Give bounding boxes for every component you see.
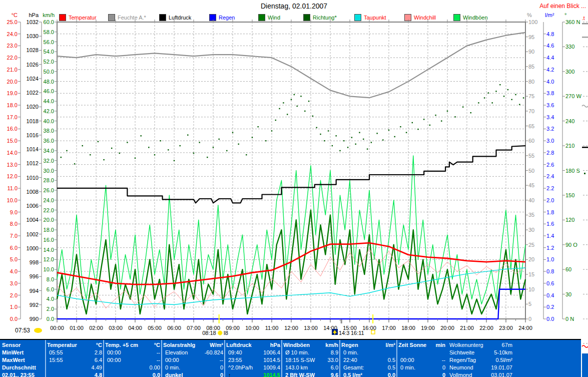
status-col-regen: Regenl/m²0 min.22:400.5Gesamt:0.50.5 l/m… [339, 340, 397, 377]
column-header: Windböenkm/h [282, 341, 338, 348]
svg-text:24.0: 24.0 [44, 197, 54, 203]
column-row: 09:401006.4 [225, 349, 280, 356]
svg-text:2.6: 2.6 [546, 162, 554, 168]
status-col-luftdruck: LuftdruckhPa09:401006.423:551014.5^2.0hP… [224, 340, 282, 377]
svg-text:300: 300 [565, 69, 574, 75]
column-row: 00:00-- [104, 356, 160, 363]
svg-text:56.0: 56.0 [44, 39, 54, 45]
svg-text:3.0: 3.0 [10, 280, 18, 286]
svg-text:42.0: 42.0 [44, 108, 54, 114]
svg-text:28.0: 28.0 [44, 177, 54, 183]
svg-text:330: 330 [565, 44, 574, 50]
axis-temp: °C0.01.02.03.04.05.06.07.08.09.010.011.0… [7, 12, 21, 322]
column-row: Elevation-60.824 [162, 349, 223, 356]
svg-text:20.0: 20.0 [44, 217, 54, 223]
column-unit: hPa [270, 341, 280, 348]
info-row: Vollmond03.01.07 [448, 371, 577, 377]
axis-kmh: km/h0.02.04.06.08.010.012.014.016.018.02… [43, 12, 57, 322]
svg-text:hPa: hPa [29, 12, 39, 18]
svg-text:40.0: 40.0 [44, 118, 54, 124]
info-label: Vollmond [449, 371, 472, 377]
svg-text:3.0: 3.0 [546, 138, 554, 144]
sunset-line [372, 314, 373, 323]
row-value: 1009.4 [263, 364, 280, 371]
glance-strip [582, 22, 588, 377]
svg-text:16.0: 16.0 [7, 126, 18, 132]
info-label: Sichtweite [449, 349, 474, 356]
svg-text:5.0: 5.0 [10, 256, 18, 262]
svg-text:75: 75 [528, 93, 534, 99]
svg-text:1.6: 1.6 [546, 221, 554, 227]
svg-text:12.0: 12.0 [7, 173, 18, 179]
status-col-windb-en: Windböenkm/hØ 10 min.8.918:15 S-SW33.014… [281, 340, 340, 377]
sun-icon [34, 328, 42, 333]
svg-text:990: 990 [30, 316, 39, 322]
svg-text:05:00: 05:00 [148, 325, 162, 331]
svg-text:21.0: 21.0 [7, 67, 18, 73]
svg-text:90 O: 90 O [565, 242, 577, 248]
row-value: 2.8 [95, 349, 102, 356]
row-label: 143.0 km [285, 364, 308, 371]
svg-text:02:00: 02:00 [89, 325, 103, 331]
svg-text:19:00: 19:00 [421, 325, 435, 331]
svg-text:46.0: 46.0 [44, 88, 54, 94]
svg-text:15: 15 [528, 271, 534, 277]
row-value: -- [157, 356, 160, 363]
svg-text:58.0: 58.0 [44, 29, 54, 35]
info-row: Wolkenunterg67m [448, 341, 577, 348]
row-label: ↑ [228, 371, 231, 377]
row-label: 23:55 [228, 356, 242, 363]
svg-text:35: 35 [528, 212, 534, 218]
column-row: 0 [397, 371, 445, 377]
axis-lm2: l/m²0.00.20.40.60.81.01.21.41.61.82.02.2… [543, 12, 554, 322]
svg-text:2.2: 2.2 [546, 185, 554, 191]
svg-text:°C: °C [12, 12, 18, 18]
row-value: 1014.5 [263, 371, 280, 377]
svg-text:6.0: 6.0 [47, 286, 54, 292]
row-value: -- [157, 349, 160, 356]
svg-text:1010: 1010 [27, 175, 39, 181]
weather-app-window: Dienstag, 02.01.2007 Auf einen Blick ...… [0, 0, 588, 377]
column-row: 0 min. [340, 349, 395, 356]
moonrise-time-label: 14:3 [339, 330, 349, 336]
svg-text:1014: 1014 [27, 146, 39, 152]
svg-text:30: 30 [565, 291, 571, 297]
column-title: Regen [341, 341, 358, 348]
row-label: 00:00 [107, 356, 121, 363]
svg-text:22:00: 22:00 [479, 325, 493, 331]
column-row: 0.0 [104, 371, 160, 377]
row-value: 6.4 [95, 356, 102, 363]
info-row: Sichtweite5-10km [448, 349, 577, 356]
info-value: 03.01.07 [491, 371, 512, 377]
row-label: 0.5 l/m² [343, 371, 362, 377]
row-value: 0.5 [388, 356, 395, 363]
svg-text:2.0: 2.0 [10, 292, 18, 298]
row-label: 00:00 [165, 356, 179, 363]
svg-text:180 S: 180 S [565, 168, 580, 174]
column-row: 05:552.8 [46, 349, 102, 356]
svg-text:70: 70 [528, 108, 534, 114]
column-row: 18:15 S-SW33.0 [282, 356, 338, 363]
svg-text:17.0: 17.0 [7, 114, 18, 120]
svg-text:996: 996 [30, 273, 39, 279]
row-value: 0.5 [388, 364, 395, 371]
sensor-row: 02.01., 23:55 [1, 371, 41, 377]
svg-text:17:00: 17:00 [382, 325, 396, 331]
svg-text:50: 50 [528, 168, 534, 174]
row-value: 0 [220, 371, 223, 377]
weather-chart[interactable]: °C0.01.02.03.04.05.06.07.08.09.010.011.0… [0, 0, 588, 377]
info-row: Neumond19.01.07 [448, 364, 577, 371]
svg-text:22.0: 22.0 [7, 55, 18, 61]
sensor-row-label: MaxWert [2, 356, 25, 363]
svg-text:1008: 1008 [27, 189, 39, 195]
column-title: Temp. +5 cm [105, 341, 138, 348]
svg-text:4.6: 4.6 [546, 43, 554, 49]
column-row: Ø 10 min.8.9 [282, 349, 338, 356]
svg-text:12.0: 12.0 [44, 256, 54, 262]
status-col-temperatur: Temperatur°C05:552.815:556.44.494.8 [45, 340, 104, 377]
row-label: dunkel [165, 371, 183, 377]
column-row [397, 349, 445, 356]
info-label: Neumond [449, 364, 473, 371]
row-label: 0 min. [400, 364, 415, 371]
sensor-row-label: Durchschnitt [2, 364, 36, 371]
